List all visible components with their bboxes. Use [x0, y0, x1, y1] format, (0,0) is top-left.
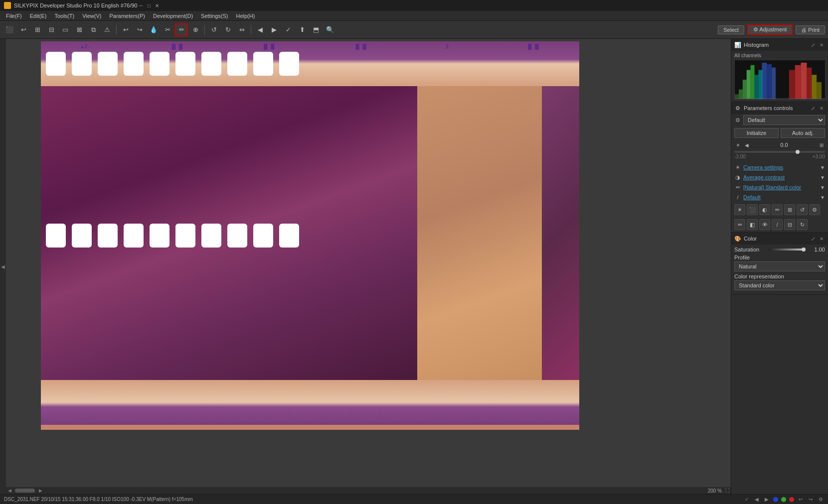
h-scrollbar[interactable]: ◀ ▶ 200 % ⛶: [6, 487, 731, 494]
canvas-area[interactable]: ▲2←▐▌▐▌▐▌▐▌▐▌▐▌2▐▌▐▌: [6, 39, 731, 494]
scroll-thumb[interactable]: [15, 489, 35, 493]
menu-file[interactable]: File(F): [2, 11, 26, 21]
tb-next-button[interactable]: ▶: [268, 23, 281, 36]
tb-prev-button[interactable]: ◀: [254, 23, 267, 36]
status-right-icon[interactable]: ▶: [763, 496, 770, 503]
saturation-track[interactable]: [769, 249, 806, 251]
tool-btn-10[interactable]: 👁: [759, 219, 770, 230]
tool-btn-7[interactable]: ⚙: [809, 204, 820, 215]
tb-warning-button[interactable]: ⚠: [101, 23, 114, 36]
adjustment-button[interactable]: ⚙ Adjustment: [747, 24, 793, 35]
tb-new-button[interactable]: ⬛: [3, 23, 16, 36]
tb-rotate-right-button[interactable]: ↻: [221, 23, 234, 36]
parameters-expand[interactable]: ⤢: [810, 105, 817, 112]
tb-crop-button[interactable]: ✂: [161, 23, 174, 36]
tb-retouch-button[interactable]: ✏: [175, 23, 188, 36]
tb-search-button[interactable]: 🔍: [324, 23, 336, 36]
camera-icon: ☀: [734, 164, 741, 171]
menu-edit[interactable]: Edit(E): [26, 11, 51, 21]
histogram-header[interactable]: 📊 Histogram ⤢ ✕: [731, 39, 828, 51]
status-settings-icon[interactable]: ⚙: [817, 496, 824, 503]
color-rep-dropdown[interactable]: Standard color: [734, 280, 825, 290]
toolbar-right: Select ⚙ Adjustment 🖨 Print: [718, 24, 825, 35]
menu-help[interactable]: Help(H): [232, 11, 259, 21]
tb-film-button[interactable]: ▭: [59, 23, 72, 36]
parameters-header[interactable]: ⚙ Parameters controls ⤢ ✕: [731, 102, 828, 114]
svg-rect-9: [795, 65, 801, 99]
tool-btn-11[interactable]: /: [772, 219, 783, 230]
tb-redo-button[interactable]: ↪: [133, 23, 146, 36]
scroll-right-arrow[interactable]: ▶: [37, 487, 44, 494]
tb-flip-button[interactable]: ⇔: [235, 23, 248, 36]
maximize-button[interactable]: □: [146, 2, 153, 9]
histogram-icon: 📊: [734, 41, 741, 48]
tb-check-button[interactable]: ✓: [282, 23, 295, 36]
status-undo-icon[interactable]: ↩: [797, 496, 804, 503]
auto-adj-button[interactable]: Auto adj.: [781, 128, 825, 138]
tool-btn-12[interactable]: ⊟: [784, 219, 795, 230]
tb-clone-button[interactable]: ⊕: [189, 23, 202, 36]
tool-btn-6[interactable]: ↺: [797, 204, 808, 215]
tb-undo-button[interactable]: ↩: [119, 23, 132, 36]
scroll-left-arrow[interactable]: ◀: [6, 487, 13, 494]
saturation-thumb[interactable]: [802, 248, 806, 252]
default-tone-arrow[interactable]: ▼: [820, 195, 825, 200]
tb-export-button[interactable]: ⬒: [310, 23, 323, 36]
tb-rotate-left-button[interactable]: ↺: [207, 23, 220, 36]
tool-btn-5[interactable]: ⊞: [784, 204, 795, 215]
menu-parameters[interactable]: Parameters(P): [105, 11, 149, 21]
tool-btn-3[interactable]: ◐: [759, 204, 770, 215]
ev-slider-row[interactable]: -3.00 +3.00: [731, 150, 828, 162]
menu-settings[interactable]: Settings(S): [197, 11, 232, 21]
color-palette-icon: 🎨: [734, 235, 741, 242]
ev-left-arrow[interactable]: ◀: [743, 141, 750, 148]
natural-color-arrow[interactable]: ▼: [820, 185, 825, 190]
avg-contrast-arrow[interactable]: ▼: [820, 175, 825, 180]
left-panel-toggle[interactable]: ◀: [0, 39, 6, 494]
color-title: Color: [744, 236, 810, 242]
menu-view[interactable]: View(V): [78, 11, 105, 21]
tool-btn-13[interactable]: ↻: [797, 219, 808, 230]
window-controls[interactable]: ─ □ ✕: [138, 2, 161, 9]
tool-btn-1[interactable]: ☀: [734, 204, 745, 215]
ev-slider-track[interactable]: [734, 151, 825, 153]
status-left-icon[interactable]: ◀: [753, 496, 760, 503]
profile-dropdown[interactable]: Natural: [734, 261, 825, 271]
color-close[interactable]: ✕: [818, 235, 825, 242]
tb-eyedropper-button[interactable]: 💧: [147, 23, 160, 36]
color-header[interactable]: 🎨 Color ⤢ ✕: [731, 233, 828, 245]
avg-contrast-value[interactable]: Average contrast: [743, 174, 818, 180]
color-expand[interactable]: ⤢: [810, 235, 817, 242]
menu-development[interactable]: Development(D): [149, 11, 197, 21]
histogram-area: All channels: [731, 51, 828, 102]
tool-btn-4[interactable]: ✏: [772, 204, 783, 215]
camera-settings-value[interactable]: Camera settings: [743, 164, 818, 170]
maximize-canvas-button[interactable]: ⛶: [724, 487, 731, 494]
minimize-button[interactable]: ─: [138, 2, 145, 9]
tb-layout-button[interactable]: ⧉: [87, 23, 100, 36]
tool-btn-8[interactable]: ✏: [734, 219, 745, 230]
histogram-close[interactable]: ✕: [818, 41, 825, 48]
status-check-icon[interactable]: ✓: [743, 496, 750, 503]
default-tone-value[interactable]: Default: [743, 194, 818, 200]
tool-btn-2[interactable]: ⬛: [747, 204, 758, 215]
menu-tools[interactable]: Tools(T): [50, 11, 78, 21]
tb-open-button[interactable]: ↩: [17, 23, 30, 36]
ev-icon: ☀: [734, 141, 741, 148]
status-redo-icon[interactable]: ↪: [807, 496, 814, 503]
initialize-button[interactable]: Initialize: [734, 128, 779, 138]
tb-save-button[interactable]: ⊞: [31, 23, 44, 36]
tb-compare-button[interactable]: ⊠: [73, 23, 86, 36]
ev-slider-thumb[interactable]: [796, 150, 800, 154]
camera-settings-arrow[interactable]: ▼: [820, 165, 825, 170]
natural-color-value[interactable]: [Natural] Standard color: [743, 184, 818, 190]
histogram-expand[interactable]: ⤢: [810, 41, 817, 48]
parameters-close[interactable]: ✕: [818, 105, 825, 112]
close-button[interactable]: ✕: [154, 2, 161, 9]
tool-btn-9[interactable]: ◧: [747, 219, 758, 230]
select-button[interactable]: Select: [718, 25, 744, 34]
preset-dropdown[interactable]: Default: [743, 115, 825, 125]
print-button[interactable]: 🖨 Print: [796, 25, 825, 34]
tb-develop-button[interactable]: ⬆: [296, 23, 309, 36]
tb-grid-button[interactable]: ⊟: [45, 23, 58, 36]
